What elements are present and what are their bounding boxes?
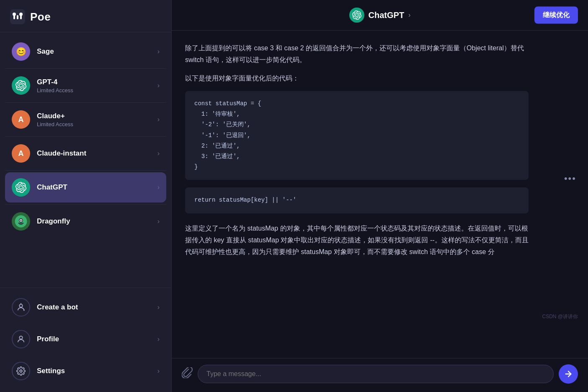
sidebar-item-dragonfly[interactable]: Dragonfly › — [5, 206, 166, 236]
sidebar-title: Poe — [30, 10, 51, 23]
svg-rect-11 — [19, 224, 23, 225]
svg-point-15 — [24, 310, 24, 310]
create-bot-chevron: › — [157, 304, 160, 311]
svg-rect-10 — [18, 223, 24, 223]
profile-chevron: › — [157, 335, 160, 343]
svg-point-16 — [19, 336, 22, 339]
gpt4-chevron: › — [157, 82, 160, 89]
settings-icon — [12, 362, 30, 380]
svg-point-5 — [19, 13, 23, 16]
sidebar-item-claudeinstant[interactable]: A Claude-instant › — [5, 138, 166, 169]
claudeinstant-info: Claude-instant — [37, 149, 151, 158]
claudeplus-chevron: › — [157, 116, 160, 123]
watermark: CSDN @讲讲你 — [542, 313, 578, 320]
dragonfly-avatar — [12, 212, 30, 231]
claudeinstant-name: Claude-instant — [37, 149, 151, 158]
chatgpt-name: ChatGPT — [37, 183, 151, 192]
message-subtitle: 以下是使用对象字面量优化后的代码： — [185, 73, 529, 84]
more-options-button[interactable]: ••• — [564, 173, 576, 184]
create-bot-icon — [12, 298, 30, 317]
sidebar-header: Poe — [0, 0, 171, 32]
settings-label: Settings — [37, 367, 151, 375]
sage-info: Sage — [37, 47, 151, 56]
claudeplus-sub: Limited Access — [37, 121, 151, 127]
main-header: ChatGPT › 继续优化 — [172, 0, 588, 31]
code-block-statusmap: const statusMap = { 1: '待审核', '-2': '已关闭… — [185, 91, 529, 180]
sage-avatar: 😊 — [12, 42, 30, 61]
main-content: ChatGPT › 继续优化 除了上面提到的可以将 case 3 和 case … — [172, 0, 588, 392]
settings-item[interactable]: Settings › — [5, 356, 166, 386]
header-chevron-icon: › — [408, 11, 410, 19]
dragonfly-info: Dragonfly — [37, 217, 151, 226]
sidebar-item-gpt4[interactable]: GPT-4 Limited Access › — [5, 70, 166, 101]
create-bot-item[interactable]: Create a bot › — [5, 292, 166, 322]
claudeplus-name: Claude+ — [37, 112, 151, 120]
claudeinstant-avatar: A — [12, 144, 30, 163]
poe-logo-icon — [10, 9, 25, 24]
profile-item[interactable]: Profile › — [5, 324, 166, 354]
dragonfly-chevron: › — [157, 218, 160, 225]
gpt4-sub: Limited Access — [37, 87, 151, 93]
svg-point-17 — [20, 370, 22, 372]
svg-point-12 — [19, 304, 22, 307]
message-intro: 除了上面提到的可以将 case 3 和 case 2 的返回值合并为一个外，还可… — [185, 42, 529, 66]
sage-name: Sage — [37, 47, 151, 56]
sidebar-bottom: Create a bot › Profile › Settings — [0, 288, 171, 392]
svg-rect-2 — [17, 15, 18, 19]
header-chatgpt-avatar — [349, 8, 364, 23]
message-explanation: 这里定义了一个名为 statusMap 的对象，其中每个属性都对应一个状态码及其… — [185, 223, 529, 258]
input-bar — [172, 358, 588, 392]
gpt4-name: GPT-4 — [37, 78, 151, 86]
message-body: 除了上面提到的可以将 case 3 和 case 2 的返回值合并为一个外，还可… — [185, 42, 529, 258]
chatgpt-info: ChatGPT — [37, 183, 151, 192]
code-block-return: return statusMap[key] || '--' — [185, 187, 529, 213]
header-bot-info[interactable]: ChatGPT › — [349, 8, 411, 23]
chat-content: 除了上面提到的可以将 case 3 和 case 2 的返回值合并为一个外，还可… — [172, 31, 588, 358]
message-input-wrapper — [198, 365, 554, 383]
message-input[interactable] — [206, 370, 545, 378]
svg-point-4 — [13, 13, 16, 16]
continue-optimize-button[interactable]: 继续优化 — [534, 7, 578, 24]
sidebar-nav: 😊 Sage › GPT-4 Limited Access › A Claude… — [0, 32, 171, 288]
sidebar: Poe 😊 Sage › GPT-4 Limited Access › A — [0, 0, 172, 392]
header-bot-name: ChatGPT — [369, 10, 405, 20]
claudeinstant-chevron: › — [157, 150, 160, 157]
gpt4-avatar — [12, 76, 30, 95]
profile-label: Profile — [37, 335, 151, 343]
sage-chevron: › — [157, 48, 160, 55]
chatgpt-chevron: › — [157, 184, 160, 191]
sidebar-item-sage[interactable]: 😊 Sage › — [5, 36, 166, 67]
claudeplus-info: Claude+ Limited Access — [37, 112, 151, 127]
attachment-icon[interactable] — [182, 367, 193, 381]
create-bot-label: Create a bot — [37, 303, 151, 312]
svg-point-9 — [20, 220, 21, 221]
send-button[interactable] — [559, 364, 578, 384]
sidebar-item-chatgpt[interactable]: ChatGPT › — [5, 172, 166, 202]
chatgpt-avatar — [12, 178, 30, 197]
settings-chevron: › — [157, 367, 160, 375]
dragonfly-name: Dragonfly — [37, 217, 151, 226]
gpt4-info: GPT-4 Limited Access — [37, 78, 151, 93]
claudeplus-avatar: A — [12, 110, 30, 129]
sidebar-item-claudeplus[interactable]: A Claude+ Limited Access › — [5, 104, 166, 135]
profile-icon — [12, 330, 30, 348]
